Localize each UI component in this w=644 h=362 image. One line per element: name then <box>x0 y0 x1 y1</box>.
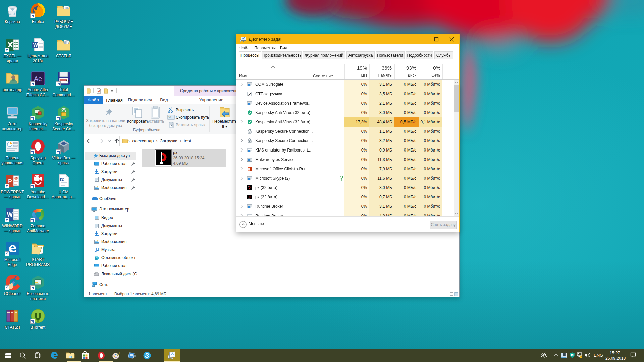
svg-text:64: 64 <box>66 80 69 83</box>
svg-text:Ae: Ae <box>34 75 42 82</box>
